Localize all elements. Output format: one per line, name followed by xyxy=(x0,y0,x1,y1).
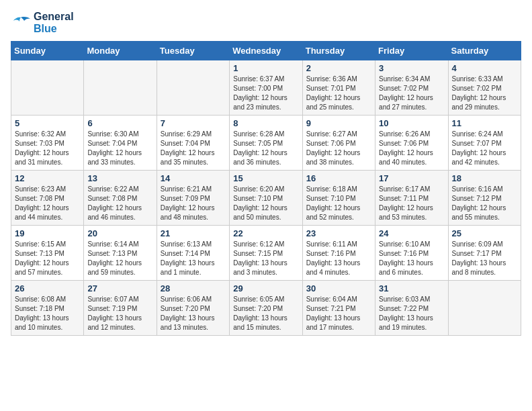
weekday-header-monday: Monday xyxy=(84,42,157,60)
calendar-cell xyxy=(11,60,84,116)
day-number: 24 xyxy=(379,228,444,238)
day-number: 10 xyxy=(379,118,444,128)
day-info: Sunrise: 6:12 AMSunset: 7:15 PMDaylight:… xyxy=(233,240,298,277)
weekday-header-sunday: Sunday xyxy=(11,42,84,60)
day-number: 26 xyxy=(15,283,80,293)
calendar-week-row: 5Sunrise: 6:32 AMSunset: 7:03 PMDaylight… xyxy=(11,116,521,171)
calendar-cell: 11Sunrise: 6:24 AMSunset: 7:07 PMDayligh… xyxy=(448,116,521,171)
day-info: Sunrise: 6:05 AMSunset: 7:20 PMDaylight:… xyxy=(233,295,298,332)
calendar-cell: 20Sunrise: 6:14 AMSunset: 7:13 PMDayligh… xyxy=(84,226,157,281)
calendar-cell: 29Sunrise: 6:05 AMSunset: 7:20 PMDayligh… xyxy=(230,281,302,336)
calendar-cell: 22Sunrise: 6:12 AMSunset: 7:15 PMDayligh… xyxy=(230,226,302,281)
calendar-cell: 26Sunrise: 6:08 AMSunset: 7:18 PMDayligh… xyxy=(11,281,84,336)
calendar-body: 1Sunrise: 6:37 AMSunset: 7:00 PMDaylight… xyxy=(11,60,521,336)
day-number: 14 xyxy=(161,173,226,183)
day-number: 28 xyxy=(161,283,226,293)
day-number: 16 xyxy=(306,173,371,183)
weekday-header-saturday: Saturday xyxy=(448,42,521,60)
calendar-week-row: 12Sunrise: 6:23 AMSunset: 7:08 PMDayligh… xyxy=(11,171,521,226)
calendar-cell: 14Sunrise: 6:21 AMSunset: 7:09 PMDayligh… xyxy=(157,171,229,226)
calendar-cell: 31Sunrise: 6:03 AMSunset: 7:22 PMDayligh… xyxy=(375,281,448,336)
day-number: 8 xyxy=(233,118,298,128)
weekday-header-friday: Friday xyxy=(375,42,448,60)
day-number: 25 xyxy=(452,228,517,238)
day-info: Sunrise: 6:13 AMSunset: 7:14 PMDaylight:… xyxy=(161,240,226,277)
calendar-cell xyxy=(157,60,229,116)
calendar-header: SundayMondayTuesdayWednesdayThursdayFrid… xyxy=(11,42,521,60)
day-info: Sunrise: 6:27 AMSunset: 7:06 PMDaylight:… xyxy=(306,130,371,167)
day-number: 7 xyxy=(161,118,226,128)
day-number: 6 xyxy=(87,118,152,128)
calendar-table: SundayMondayTuesdayWednesdayThursdayFrid… xyxy=(11,41,521,336)
day-number: 1 xyxy=(233,63,298,73)
calendar-cell xyxy=(448,281,521,336)
calendar-cell: 9Sunrise: 6:27 AMSunset: 7:06 PMDaylight… xyxy=(302,116,375,171)
day-number: 13 xyxy=(87,173,152,183)
day-number: 19 xyxy=(15,228,80,238)
day-number: 18 xyxy=(452,173,517,183)
day-number: 27 xyxy=(87,283,152,293)
day-number: 29 xyxy=(233,283,298,293)
day-info: Sunrise: 6:04 AMSunset: 7:21 PMDaylight:… xyxy=(306,295,371,332)
day-number: 2 xyxy=(306,63,371,73)
calendar-cell: 28Sunrise: 6:06 AMSunset: 7:20 PMDayligh… xyxy=(157,281,229,336)
day-number: 20 xyxy=(87,228,152,238)
day-info: Sunrise: 6:03 AMSunset: 7:22 PMDaylight:… xyxy=(379,295,444,332)
day-info: Sunrise: 6:36 AMSunset: 7:01 PMDaylight:… xyxy=(306,75,371,112)
calendar-cell xyxy=(84,60,157,116)
day-number: 30 xyxy=(306,283,371,293)
day-number: 31 xyxy=(379,283,444,293)
weekday-header-thursday: Thursday xyxy=(302,42,375,60)
day-number: 5 xyxy=(15,118,80,128)
weekday-header-row: SundayMondayTuesdayWednesdayThursdayFrid… xyxy=(11,42,521,60)
calendar-cell: 18Sunrise: 6:16 AMSunset: 7:12 PMDayligh… xyxy=(448,171,521,226)
day-info: Sunrise: 6:14 AMSunset: 7:13 PMDaylight:… xyxy=(87,240,152,277)
calendar-cell: 21Sunrise: 6:13 AMSunset: 7:14 PMDayligh… xyxy=(157,226,229,281)
day-info: Sunrise: 6:16 AMSunset: 7:12 PMDaylight:… xyxy=(452,185,517,222)
calendar-cell: 27Sunrise: 6:07 AMSunset: 7:19 PMDayligh… xyxy=(84,281,157,336)
day-number: 12 xyxy=(15,173,80,183)
calendar-cell: 6Sunrise: 6:30 AMSunset: 7:04 PMDaylight… xyxy=(84,116,157,171)
day-info: Sunrise: 6:33 AMSunset: 7:02 PMDaylight:… xyxy=(452,75,517,112)
calendar-cell: 25Sunrise: 6:09 AMSunset: 7:17 PMDayligh… xyxy=(448,226,521,281)
day-info: Sunrise: 6:09 AMSunset: 7:17 PMDaylight:… xyxy=(452,240,517,277)
calendar-cell: 12Sunrise: 6:23 AMSunset: 7:08 PMDayligh… xyxy=(11,171,84,226)
day-info: Sunrise: 6:20 AMSunset: 7:10 PMDaylight:… xyxy=(233,185,298,222)
logo-bird-icon xyxy=(11,15,31,31)
day-info: Sunrise: 6:23 AMSunset: 7:08 PMDaylight:… xyxy=(15,185,80,222)
day-info: Sunrise: 6:28 AMSunset: 7:05 PMDaylight:… xyxy=(233,130,298,167)
day-number: 22 xyxy=(233,228,298,238)
logo: General Blue xyxy=(11,11,74,34)
calendar-cell: 3Sunrise: 6:34 AMSunset: 7:02 PMDaylight… xyxy=(375,60,448,116)
day-info: Sunrise: 6:18 AMSunset: 7:10 PMDaylight:… xyxy=(306,185,371,222)
day-info: Sunrise: 6:29 AMSunset: 7:04 PMDaylight:… xyxy=(161,130,226,167)
calendar-cell: 19Sunrise: 6:15 AMSunset: 7:13 PMDayligh… xyxy=(11,226,84,281)
day-info: Sunrise: 6:08 AMSunset: 7:18 PMDaylight:… xyxy=(15,295,80,332)
weekday-header-wednesday: Wednesday xyxy=(230,42,302,60)
calendar-week-row: 1Sunrise: 6:37 AMSunset: 7:00 PMDaylight… xyxy=(11,60,521,116)
day-info: Sunrise: 6:11 AMSunset: 7:16 PMDaylight:… xyxy=(306,240,371,277)
day-info: Sunrise: 6:24 AMSunset: 7:07 PMDaylight:… xyxy=(452,130,517,167)
day-info: Sunrise: 6:30 AMSunset: 7:04 PMDaylight:… xyxy=(87,130,152,167)
day-info: Sunrise: 6:26 AMSunset: 7:06 PMDaylight:… xyxy=(379,130,444,167)
day-info: Sunrise: 6:32 AMSunset: 7:03 PMDaylight:… xyxy=(15,130,80,167)
day-info: Sunrise: 6:06 AMSunset: 7:20 PMDaylight:… xyxy=(161,295,226,332)
calendar-cell: 10Sunrise: 6:26 AMSunset: 7:06 PMDayligh… xyxy=(375,116,448,171)
calendar-cell: 2Sunrise: 6:36 AMSunset: 7:01 PMDaylight… xyxy=(302,60,375,116)
day-number: 15 xyxy=(233,173,298,183)
calendar-week-row: 26Sunrise: 6:08 AMSunset: 7:18 PMDayligh… xyxy=(11,281,521,336)
day-info: Sunrise: 6:10 AMSunset: 7:16 PMDaylight:… xyxy=(379,240,444,277)
page-header: General Blue xyxy=(11,11,521,34)
day-info: Sunrise: 6:17 AMSunset: 7:11 PMDaylight:… xyxy=(379,185,444,222)
calendar-cell: 8Sunrise: 6:28 AMSunset: 7:05 PMDaylight… xyxy=(230,116,302,171)
day-number: 3 xyxy=(379,63,444,73)
calendar-cell: 13Sunrise: 6:22 AMSunset: 7:08 PMDayligh… xyxy=(84,171,157,226)
calendar-cell: 30Sunrise: 6:04 AMSunset: 7:21 PMDayligh… xyxy=(302,281,375,336)
day-info: Sunrise: 6:07 AMSunset: 7:19 PMDaylight:… xyxy=(87,295,152,332)
day-info: Sunrise: 6:37 AMSunset: 7:00 PMDaylight:… xyxy=(233,75,298,112)
calendar-cell: 23Sunrise: 6:11 AMSunset: 7:16 PMDayligh… xyxy=(302,226,375,281)
day-info: Sunrise: 6:34 AMSunset: 7:02 PMDaylight:… xyxy=(379,75,444,112)
calendar-cell: 7Sunrise: 6:29 AMSunset: 7:04 PMDaylight… xyxy=(157,116,229,171)
day-number: 23 xyxy=(306,228,371,238)
calendar-week-row: 19Sunrise: 6:15 AMSunset: 7:13 PMDayligh… xyxy=(11,226,521,281)
